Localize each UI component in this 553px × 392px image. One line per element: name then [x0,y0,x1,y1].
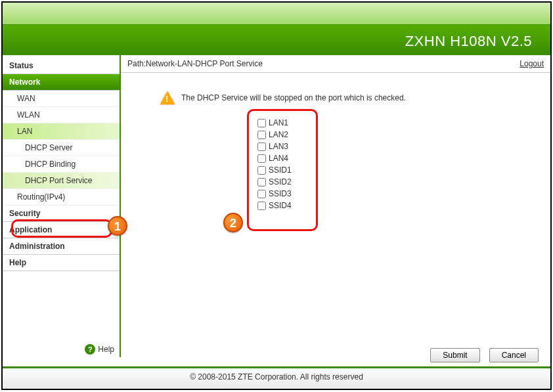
footer-bar: © 2008-2015 ZTE Corporation. All rights … [3,366,550,389]
port-row-lan3: LAN3 [257,141,307,152]
logout-link[interactable]: Logout [520,59,544,68]
checkbox-ssid1[interactable] [257,166,266,175]
port-list: LAN1 LAN2 LAN3 LAN4 SSID1 [252,113,313,215]
submit-button[interactable]: Submit [430,348,479,362]
help-link-row[interactable]: ? Help [85,344,114,355]
sidebar: Status Network WAN WLAN LAN DHCP Server … [3,55,121,357]
port-label: LAN4 [269,154,288,163]
help-link-label: Help [98,345,114,354]
product-title: ZXHN H108N V2.5 [405,33,532,50]
port-row-ssid2: SSID2 [257,176,307,188]
sidebar-item-routing[interactable]: Routing(IPv4) [3,189,120,206]
sidebar-item-dhcp-server[interactable]: DHCP Server [3,140,120,156]
sidebar-item-status[interactable]: Status [3,58,120,74]
port-label: LAN3 [269,142,288,151]
content: Path:Network-LAN-DHCP Port Service Logou… [121,55,550,357]
sidebar-item-security[interactable]: Security [3,206,120,222]
info-text: The DHCP Service will be stopped on the … [181,93,406,102]
app-window: ZXHN H108N V2.5 Status Network WAN WLAN … [1,1,552,390]
port-row-lan2: LAN2 [257,129,307,141]
port-label: LAN2 [269,130,288,139]
sidebar-item-network[interactable]: Network [3,74,120,91]
help-icon: ? [85,344,95,355]
sidebar-item-administration[interactable]: Administration [3,238,120,255]
port-row-ssid3: SSID3 [257,188,307,200]
header: ZXHN H108N V2.5 [3,3,550,55]
sidebar-item-help[interactable]: Help [3,255,120,271]
main-area: Status Network WAN WLAN LAN DHCP Server … [3,55,550,357]
port-label: SSID2 [269,177,292,186]
info-row: The DHCP Service will be stopped on the … [160,91,550,104]
sidebar-item-wan[interactable]: WAN [3,91,120,107]
annotation-marker-2: 2 [223,213,243,232]
checkbox-lan4[interactable] [257,154,266,163]
port-label: SSID4 [269,201,292,210]
port-row-lan1: LAN1 [257,117,307,129]
checkbox-lan1[interactable] [257,119,266,127]
port-row-ssid4: SSID4 [257,200,307,211]
port-label: SSID3 [269,189,292,198]
copyright: © 2008-2015 ZTE Corporation. All rights … [190,372,363,381]
sidebar-item-lan[interactable]: LAN [3,123,120,140]
port-label: LAN1 [269,118,288,127]
checkbox-lan2[interactable] [257,131,266,139]
checkbox-ssid2[interactable] [257,178,266,186]
sidebar-item-application[interactable]: Application [3,222,120,238]
warning-icon [160,91,175,104]
path-bar: Path:Network-LAN-DHCP Port Service Logou… [121,55,550,73]
breadcrumb: Path:Network-LAN-DHCP Port Service [127,59,263,68]
sidebar-item-wlan[interactable]: WLAN [3,107,120,123]
header-top-strip [3,3,550,25]
cancel-button[interactable]: Cancel [489,348,539,362]
sidebar-item-dhcp-port-service[interactable]: DHCP Port Service [3,173,120,189]
sidebar-item-dhcp-binding[interactable]: DHCP Binding [3,156,120,173]
checkbox-lan3[interactable] [257,142,266,151]
port-label: SSID1 [269,165,292,175]
checkbox-ssid3[interactable] [257,190,266,198]
checkbox-ssid4[interactable] [257,202,266,210]
footer-buttons: Submit Cancel [430,348,539,362]
port-row-lan4: LAN4 [257,152,307,164]
port-row-ssid1: SSID1 [257,164,307,176]
